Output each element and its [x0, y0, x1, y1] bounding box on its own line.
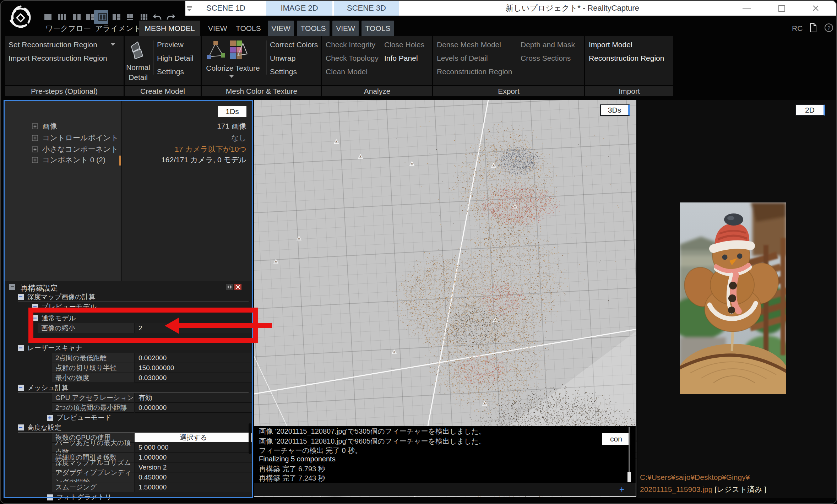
collapse-icon[interactable] — [18, 345, 24, 351]
tab-scene-1d[interactable]: SCENE 1D — [187, 1, 265, 16]
menu-view-3[interactable]: VIEW — [332, 21, 359, 36]
levels-of-detail-button[interactable]: Levels of Detail — [437, 54, 488, 63]
console-panel[interactable]: 画像 '20201115_120807.jpg'で5305個のフィーチャーを検出… — [254, 426, 636, 483]
collapse-icon[interactable] — [32, 304, 38, 310]
settings-section-laser-scan[interactable]: レーザースキャナ — [18, 343, 249, 353]
photo-gingerbread[interactable] — [680, 202, 786, 394]
settings-section-depthmaps[interactable]: 深度マップ画像の計算 — [18, 292, 249, 302]
setting-value[interactable]: 1.000000 — [135, 452, 252, 462]
section-label: メッシュ計算 — [27, 383, 69, 392]
texture-settings-button[interactable]: Settings — [270, 67, 297, 76]
group-label-presteps: Pre-steps (Optional) — [5, 86, 124, 96]
high-detail-button[interactable]: High Detail — [157, 54, 194, 63]
expand-icon[interactable] — [47, 415, 53, 421]
setting-value[interactable]: 0.030000 — [135, 373, 252, 383]
collapse-icon[interactable] — [18, 424, 24, 430]
chevron-down-icon[interactable] — [111, 43, 115, 46]
close-holes-button[interactable]: Close Holes — [384, 40, 424, 49]
settings-section-normal-model[interactable]: 通常モデル — [32, 313, 249, 323]
unwrap-button[interactable]: Unwrap — [270, 54, 295, 63]
collapse-icon[interactable] — [18, 294, 24, 300]
settings-section-advanced[interactable]: 高度な設定 — [18, 423, 249, 433]
console-add-button[interactable]: + — [619, 484, 624, 494]
tab-image-2d[interactable]: IMAGE 2D — [266, 1, 332, 16]
menu-tools-2[interactable]: TOOLS — [297, 21, 330, 36]
setting-value-image-downscale[interactable]: 2 — [135, 323, 252, 333]
normal-detail-label-2[interactable]: Detail — [126, 73, 151, 82]
tree-item-components[interactable]: コンポネント 0 (2) — [32, 155, 121, 165]
tab-2d[interactable]: 2D — [795, 104, 825, 116]
tree-divider[interactable] — [121, 101, 122, 281]
import-reconstruction-region-2-button[interactable]: Reconstruction Region — [589, 54, 664, 63]
create-settings-button[interactable]: Settings — [157, 67, 184, 76]
dock-icon[interactable] — [226, 284, 233, 290]
export-reconstruction-region-button[interactable]: Reconstruction Region — [437, 67, 512, 76]
maximize-button[interactable] — [771, 1, 792, 16]
menu-tools-3[interactable]: TOOLS — [362, 21, 394, 36]
settings-section-preview-model[interactable]: プレビューモデル — [32, 302, 249, 312]
file-name[interactable]: 20201115_115903.jpg [レジスト済み ] — [640, 484, 766, 494]
correct-colors-button[interactable]: Correct Colors — [270, 40, 318, 49]
setting-value[interactable]: Version 2 — [135, 462, 252, 472]
setting-value[interactable]: 有効 — [135, 393, 252, 403]
settings-title: 再構築設定 — [21, 283, 58, 293]
depth-and-mask-button[interactable]: Depth and Mask — [521, 40, 575, 49]
document-icon[interactable] — [809, 23, 817, 33]
check-integrity-button[interactable]: Check Integrity — [326, 40, 375, 49]
settings-section-preview-mode[interactable]: プレビューモード — [47, 413, 249, 423]
help-icon[interactable]: ? — [824, 23, 834, 33]
setting-value[interactable]: 0.450000 — [135, 472, 252, 482]
minimize-button[interactable] — [736, 1, 757, 16]
menu-workflow[interactable]: ワークフロー — [43, 21, 94, 36]
setting-value[interactable]: 1.500000 — [135, 482, 252, 492]
setting-value[interactable]: 0.002000 — [135, 353, 252, 363]
dense-mesh-model-button[interactable]: Dense Mesh Model — [437, 40, 501, 49]
normal-detail-label-1[interactable]: Normal — [126, 63, 151, 72]
ribbon-collapse-icon[interactable] — [186, 5, 193, 12]
svg-text:?: ? — [827, 25, 830, 31]
clean-model-button[interactable]: Clean Model — [326, 67, 368, 76]
close-settings-icon[interactable] — [234, 284, 241, 290]
setting-value[interactable]: 5 000 000 — [135, 443, 252, 452]
menu-mesh-model[interactable]: MESH MODEL — [139, 21, 200, 36]
console-scrollbar-thumb[interactable] — [627, 472, 631, 482]
menu-view-1[interactable]: VIEW — [205, 21, 230, 36]
tree-item-images[interactable]: 画像 — [32, 121, 121, 131]
collapse-icon[interactable] — [32, 315, 38, 321]
console-input-row[interactable] — [254, 483, 636, 496]
tab-scene-3d[interactable]: SCENE 3D — [333, 1, 399, 16]
tab-console[interactable]: con — [602, 433, 630, 445]
setting-value[interactable]: 150.000000 — [135, 363, 252, 373]
collapse-icon[interactable] — [18, 385, 24, 391]
normal-detail-icon[interactable] — [128, 40, 147, 60]
collapse-icon[interactable] — [9, 284, 15, 290]
cross-sections-button[interactable]: Cross Sections — [521, 54, 571, 63]
colorize-triangle-icon[interactable] — [206, 40, 225, 60]
settings-section-meshing[interactable]: メッシュ計算 — [18, 383, 249, 393]
colorize-texture-button[interactable]: Colorize Texture — [204, 64, 262, 72]
tree-item-control-points[interactable]: コントロールポイント — [32, 132, 121, 143]
check-topology-button[interactable]: Check Topology — [326, 54, 379, 63]
menu-view-2[interactable]: VIEW — [268, 21, 294, 36]
select-gpu-button[interactable]: 選択する — [135, 433, 252, 442]
menu-tools-1[interactable]: TOOLS — [233, 21, 264, 36]
tree-item-label: 小さなコンポーネント — [42, 144, 118, 154]
settings-section-photogrammetry[interactable]: フォトグラメトリ — [47, 492, 249, 502]
chevron-down-icon[interactable] — [229, 75, 234, 78]
info-panel-button[interactable]: Info Panel — [384, 54, 418, 63]
setting-value[interactable]: 0.000000 — [135, 403, 252, 413]
collapse-icon[interactable] — [47, 494, 53, 500]
set-reconstruction-region-button[interactable]: Set Reconstruction Region — [9, 40, 97, 49]
texture-mosaic-icon[interactable] — [229, 39, 249, 60]
tab-3ds[interactable]: 3Ds — [600, 104, 630, 116]
file-directory: C:¥Users¥saijo¥Desktop¥Gingy¥ — [640, 473, 750, 482]
import-reconstruction-region-button[interactable]: Import Reconstruction Region — [9, 54, 107, 63]
setting-label: 2点間の最低距離 — [52, 353, 134, 363]
close-button[interactable] — [805, 1, 826, 16]
preview-button[interactable]: Preview — [157, 40, 184, 49]
tab-1ds[interactable]: 1Ds — [218, 106, 246, 117]
tree-item-small-components[interactable]: 小さなコンポーネント — [32, 144, 121, 155]
menu-alignment[interactable]: アライメント — [92, 21, 144, 36]
import-model-button[interactable]: Import Model — [589, 40, 632, 49]
settings-scrollbar-thumb[interactable] — [249, 423, 251, 454]
